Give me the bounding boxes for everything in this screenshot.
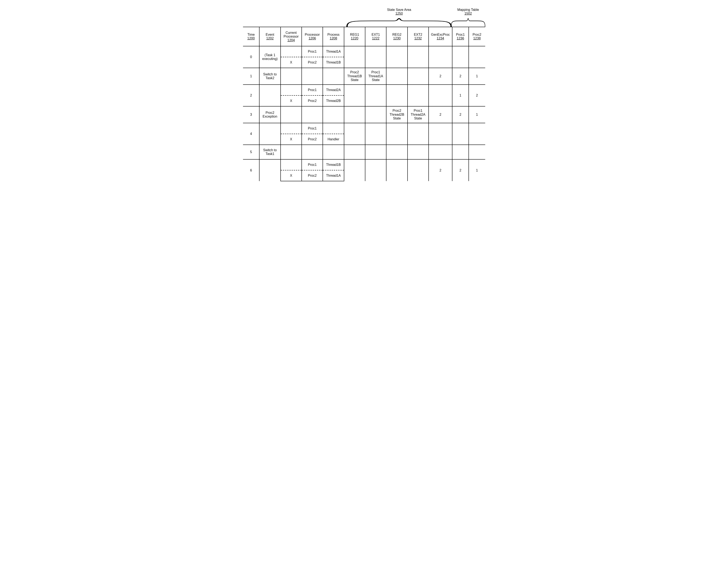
cell-processor: Proc1 bbox=[302, 159, 323, 170]
cell-reg1: Proc2 Thread1B State bbox=[344, 68, 365, 85]
table-row: 4 Proc1 bbox=[243, 123, 485, 134]
cell-event: Switch to Task1 bbox=[259, 145, 280, 159]
cell-processor: Proc2 bbox=[302, 134, 323, 145]
cell-time: 5 bbox=[243, 145, 260, 159]
cell-process: Thread1A bbox=[323, 170, 344, 181]
cell-gen: 2 bbox=[429, 106, 452, 123]
cell-p1: 2 bbox=[452, 159, 469, 181]
col-ext1: EXT11222 bbox=[365, 27, 386, 46]
col-ext2: EXT21232 bbox=[408, 27, 429, 46]
cell-process: Thread1B bbox=[323, 159, 344, 170]
col-genexcproc: GenExcProc1234 bbox=[429, 27, 452, 46]
state-save-brace-icon bbox=[347, 18, 451, 27]
cell-process: Thread2B bbox=[323, 95, 344, 106]
figure-wrapper: State Save Area 1250 Mapping Table 1502 … bbox=[243, 8, 485, 181]
cell-process: Thread1B bbox=[323, 57, 344, 68]
table-row: 6 Proc1 Thread1B 2 2 1 bbox=[243, 159, 485, 170]
cell-p2: 1 bbox=[469, 159, 485, 181]
cell-p2: 1 bbox=[469, 106, 485, 123]
cell-process: Handler bbox=[323, 134, 344, 145]
table-row: 2 Proc1 Thread2A 1 2 bbox=[243, 85, 485, 95]
cell-current bbox=[281, 159, 302, 170]
cell-processor: Proc2 bbox=[302, 95, 323, 106]
state-save-area-label: State Save Area 1250 bbox=[347, 8, 451, 15]
cell-event: (Task 1 executing) bbox=[259, 46, 280, 68]
col-time: Time1200 bbox=[243, 27, 260, 46]
table-row: 0 (Task 1 executing) Proc1 Thread1A bbox=[243, 46, 485, 57]
cell-p1: 2 bbox=[452, 106, 469, 123]
cell-time: 2 bbox=[243, 85, 260, 106]
cell-event: Proc2 Exception bbox=[259, 106, 280, 123]
cell-current bbox=[281, 85, 302, 95]
cell-processor: Proc2 bbox=[302, 170, 323, 181]
cell-current: X bbox=[281, 170, 302, 181]
cell-reg2: Proc2 Thread2B State bbox=[386, 106, 407, 123]
cell-p2: 1 bbox=[469, 68, 485, 85]
cell-current bbox=[281, 123, 302, 134]
state-table: Time1200 Event1202 Current Processor1204… bbox=[243, 27, 485, 181]
col-processor: Processor1206 bbox=[302, 27, 323, 46]
col-current-processor: Current Processor1204 bbox=[281, 27, 302, 46]
cell-gen: 2 bbox=[429, 68, 452, 85]
mapping-table-brace-icon bbox=[451, 18, 485, 27]
table-row: 5 Switch to Task1 bbox=[243, 145, 485, 159]
col-reg2: REG21230 bbox=[386, 27, 407, 46]
table-row: 3 Proc2 Exception Proc2 Thread2B State P… bbox=[243, 106, 485, 123]
cell-current bbox=[281, 46, 302, 57]
cell-processor: Proc1 bbox=[302, 123, 323, 134]
cell-processor: Proc2 bbox=[302, 57, 323, 68]
cell-ext1: Proc1 Thread1A State bbox=[365, 68, 386, 85]
cell-time: 4 bbox=[243, 123, 260, 145]
cell-processor: Proc1 bbox=[302, 85, 323, 95]
cell-current: X bbox=[281, 95, 302, 106]
header-row: Time1200 Event1202 Current Processor1204… bbox=[243, 27, 485, 46]
col-proc1: Proc11236 bbox=[452, 27, 469, 46]
col-process: Process1208 bbox=[323, 27, 344, 46]
cell-p1: 2 bbox=[452, 68, 469, 85]
mapping-table-label: Mapping Table 1502 bbox=[451, 8, 485, 15]
cell-process: Thread2A bbox=[323, 85, 344, 95]
col-proc2: Proc21238 bbox=[469, 27, 485, 46]
cell-p1: 1 bbox=[452, 85, 469, 106]
cell-process: Thread1A bbox=[323, 46, 344, 57]
table-row: 1 Switch to Task2 Proc2 Thread1B State P… bbox=[243, 68, 485, 85]
cell-time: 1 bbox=[243, 68, 260, 85]
cell-event: Switch to Task2 bbox=[259, 68, 280, 85]
cell-processor: Proc1 bbox=[302, 46, 323, 57]
cell-p2: 2 bbox=[469, 85, 485, 106]
cell-current: X bbox=[281, 57, 302, 68]
cell-current: X bbox=[281, 134, 302, 145]
brace-label-row: State Save Area 1250 Mapping Table 1502 bbox=[243, 8, 485, 27]
cell-process bbox=[323, 123, 344, 134]
cell-time: 0 bbox=[243, 46, 260, 68]
cell-gen: 2 bbox=[429, 159, 452, 181]
cell-ext2: Proc1 Thread2A State bbox=[408, 106, 429, 123]
col-reg1: REG11220 bbox=[344, 27, 365, 46]
cell-time: 6 bbox=[243, 159, 260, 181]
col-event: Event1202 bbox=[259, 27, 280, 46]
cell-time: 3 bbox=[243, 106, 260, 123]
